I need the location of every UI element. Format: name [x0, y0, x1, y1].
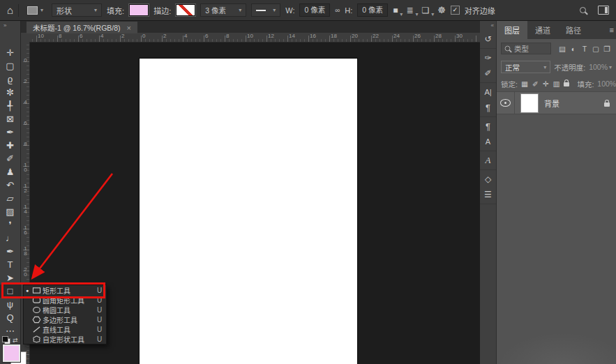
history-panel-icon[interactable]: ↺: [480, 31, 496, 47]
menu-item-shortcut: U: [97, 316, 106, 324]
shape-options-gear-button[interactable]: ☸: [437, 5, 446, 15]
tool-preset-picker[interactable]: ▾: [24, 4, 47, 17]
brush-tool-icon: ✐: [6, 154, 14, 163]
eraser-tool[interactable]: ▱: [0, 192, 20, 205]
menu-item-line-tool[interactable]: 直线工具U: [24, 324, 106, 334]
eyedropper-tool[interactable]: ✒: [0, 126, 20, 139]
frame-tool[interactable]: ⊠: [0, 112, 20, 126]
color-controls: ⇄: [2, 335, 20, 345]
smart-object-filter-icon[interactable]: ❐: [602, 45, 612, 53]
rectangular-marquee-tool[interactable]: ▢: [0, 59, 20, 73]
fill-opacity-control[interactable]: 100% ▾: [597, 79, 616, 88]
lasso-tool[interactable]: ϱ: [0, 73, 20, 86]
shape-width-input[interactable]: 0 像素: [299, 3, 330, 17]
character-panel-icon[interactable]: A|: [480, 84, 496, 100]
glyphs-panel-icon[interactable]: A: [480, 153, 496, 168]
image-filter-icon[interactable]: ▤: [557, 45, 567, 53]
gradient-tool[interactable]: ▨: [0, 205, 20, 218]
paragraph-styles-panel-icon[interactable]: ¶: [480, 119, 496, 134]
lock-all-icon[interactable]: [564, 79, 569, 88]
fill-swatch[interactable]: [129, 4, 149, 16]
blur-tool[interactable]: ❜: [0, 218, 20, 232]
type-tool[interactable]: T: [0, 258, 20, 271]
default-colors-icon[interactable]: [2, 336, 10, 344]
tools-panel: » ✛▢ϱ✼╃⊠✒✚✐♟↶▱▨❜♩✒T➤□ψQ⋯ ⇄: [0, 21, 21, 364]
foreground-color-swatch[interactable]: [3, 344, 20, 362]
path-alignment-button[interactable]: ≣ ▾: [406, 6, 416, 15]
brush-settings-panel-icon[interactable]: ✑: [480, 50, 496, 66]
tab-layers[interactable]: 图层: [497, 21, 527, 39]
lock-pixels-icon[interactable]: ✐: [532, 79, 539, 88]
tab-paths[interactable]: 路径: [558, 21, 589, 39]
history-brush-tool[interactable]: ↶: [0, 179, 20, 192]
menu-item-ellipse-tool[interactable]: 椭圆工具U: [24, 305, 106, 314]
menu-item-custom-shape-tool[interactable]: 自定形状工具U: [24, 334, 106, 344]
close-tab-icon[interactable]: ×: [127, 24, 131, 32]
spot-healing-brush-tool[interactable]: ✚: [0, 139, 20, 152]
frame-tool-icon: ⊠: [6, 114, 14, 123]
paragraph-panel-icon[interactable]: ¶: [480, 100, 496, 115]
search-icon: [505, 46, 511, 52]
ruler-number: 4: [22, 99, 29, 104]
brush-tool[interactable]: ✐: [0, 152, 20, 165]
stroke-swatch[interactable]: [176, 4, 195, 16]
ruler-number: 2: [22, 78, 29, 83]
path-arrangement-button[interactable]: ❏ ▾: [421, 6, 433, 15]
hand-tool[interactable]: ψ: [0, 298, 20, 311]
tool-mode-select[interactable]: 形状 ▾: [52, 3, 102, 17]
shape-filter-icon[interactable]: ▢: [591, 45, 601, 53]
stroke-width-select[interactable]: 3 像素 ▾: [200, 3, 246, 17]
ruler-number: 14: [289, 33, 295, 39]
workspace-switcher-icon[interactable]: [598, 6, 609, 15]
layer-thumbnail[interactable]: [521, 94, 538, 112]
lock-position-icon[interactable]: ✛: [543, 79, 549, 88]
quick-selection-tool[interactable]: ✼: [0, 86, 20, 99]
panel-menu-icon[interactable]: ≡: [608, 21, 616, 39]
document-tab[interactable]: 未标题-1 @ 16.7%(RGB/8) ×: [27, 22, 137, 33]
stroke-type-select[interactable]: ▾: [251, 3, 280, 17]
ruler-number: 4: [184, 33, 187, 39]
adjustment-filter-icon[interactable]: ◐: [569, 45, 578, 53]
lock-artboard-icon[interactable]: ▥: [553, 79, 559, 88]
blend-mode-select[interactable]: 正常 ▾: [501, 61, 550, 73]
character-styles-panel-icon[interactable]: A: [480, 134, 496, 149]
search-icon[interactable]: [580, 7, 586, 13]
hand-tool-icon: ψ: [7, 300, 13, 309]
menu-item-label: 多边形工具: [43, 314, 97, 325]
dodge-tool-icon: ♩: [6, 234, 15, 243]
layer-filter-search[interactable]: 类型: [501, 43, 551, 54]
document-canvas[interactable]: [140, 59, 357, 364]
move-tool[interactable]: ✛: [0, 46, 20, 59]
lock-transparent-icon[interactable]: ▦: [521, 79, 528, 88]
path-operations-icon: ■: [393, 6, 398, 15]
menu-item-polygon-tool[interactable]: 多边形工具U: [24, 314, 106, 324]
link-dimensions-icon[interactable]: ∞: [335, 6, 340, 14]
type-filter-icon[interactable]: T: [580, 45, 589, 53]
fill-opacity-label: 填充:: [577, 79, 594, 89]
dock-collapse-icon[interactable]: «: [480, 21, 496, 30]
path-operations-button[interactable]: ■ ▾: [393, 6, 401, 15]
menu-item-label: 椭圆工具: [43, 305, 97, 315]
zoom-tool[interactable]: Q: [0, 311, 20, 324]
dodge-tool[interactable]: ♩: [0, 232, 20, 245]
panel-icon-group: ↺: [480, 30, 496, 49]
3d-panel-icon[interactable]: ◇: [480, 172, 496, 187]
ruler-number: 20: [352, 33, 358, 39]
align-edges-checkbox[interactable]: ✓: [451, 6, 460, 15]
layer-visibility-toggle[interactable]: [497, 92, 515, 114]
clone-stamp-tool[interactable]: ♟: [0, 165, 20, 179]
toolbar-collapse-icon[interactable]: »: [0, 21, 20, 31]
layer-row-background[interactable]: 背景: [497, 91, 616, 114]
home-icon[interactable]: ⌂: [7, 4, 13, 16]
opacity-control[interactable]: 100% ▾: [589, 63, 612, 71]
tab-channels[interactable]: 通道: [527, 21, 558, 39]
pen-tool[interactable]: ✒: [0, 245, 20, 258]
crop-tool[interactable]: ╃: [0, 99, 20, 112]
ruler-number: 24: [393, 33, 400, 39]
shape-height-input[interactable]: 0 像素: [357, 3, 388, 17]
swap-colors-icon[interactable]: ⇄: [13, 337, 18, 344]
brushes-panel-icon[interactable]: ✐: [480, 66, 496, 81]
chevron-down-icon: ▾: [239, 7, 241, 13]
properties-panel-icon[interactable]: ☰: [480, 187, 496, 202]
chevron-down-icon: ▾: [94, 7, 97, 13]
